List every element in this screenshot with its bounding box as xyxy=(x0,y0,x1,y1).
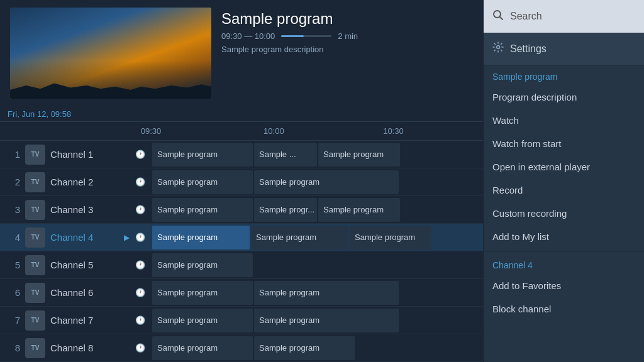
program-block[interactable]: Sample program xyxy=(318,198,400,222)
epg-row-channel-3[interactable]: 3TVChannel 3🕐Sample programSample progr.… xyxy=(0,196,483,224)
program-block[interactable]: Sample program xyxy=(254,170,399,194)
programs-area: Sample programSample programSample progr… xyxy=(151,226,483,250)
program-block[interactable]: Sample program xyxy=(152,198,253,222)
clock-icon[interactable]: 🕐 xyxy=(135,177,146,188)
record-item[interactable]: Record xyxy=(484,178,644,202)
program-details: Sample program 09:30 — 10:00 2 min Sampl… xyxy=(221,8,358,99)
channel-actions: 🕐 xyxy=(135,177,146,188)
add-to-favorites-item[interactable]: Add to Favorites xyxy=(484,274,644,297)
watch-from-start-item[interactable]: Watch from start xyxy=(484,132,644,155)
epg-row-channel-4[interactable]: 4TVChannel 4▶🕐Sample programSample progr… xyxy=(0,224,483,251)
play-icon[interactable]: ▶ xyxy=(121,232,132,243)
clock-icon[interactable]: 🕐 xyxy=(135,343,146,354)
time-remaining: 2 min xyxy=(338,31,358,41)
clock-icon[interactable]: 🕐 xyxy=(135,232,146,243)
program-description-item[interactable]: Program description xyxy=(484,85,644,109)
search-icon xyxy=(492,9,504,24)
program-block[interactable]: Sample program xyxy=(254,309,399,332)
channel-info: 4TVChannel 4▶🕐 xyxy=(0,228,151,248)
epg-row-channel-7[interactable]: 7TVChannel 7🕐Sample programSample progra… xyxy=(0,307,483,334)
program-block[interactable]: Sample program xyxy=(254,336,355,360)
program-block[interactable]: Sample program xyxy=(350,226,431,250)
program-block[interactable]: Sample ... xyxy=(254,143,317,167)
time-label-1030: 10:30 xyxy=(383,126,404,136)
program-block[interactable]: Sample program xyxy=(152,226,250,250)
svg-point-2 xyxy=(497,46,500,49)
channel-number: 3 xyxy=(5,204,20,215)
channel-icon: TV xyxy=(25,228,45,248)
channel-actions: ▶🕐 xyxy=(121,232,146,243)
channel-number: 7 xyxy=(5,315,20,326)
program-block[interactable]: Sample program xyxy=(152,336,253,360)
svg-line-1 xyxy=(500,16,503,19)
time-label-1000: 10:00 xyxy=(264,126,284,136)
program-block[interactable]: Sample program xyxy=(254,281,399,305)
program-info: Sample program 09:30 — 10:00 2 min Sampl… xyxy=(0,0,483,107)
block-channel-item[interactable]: Block channel xyxy=(484,297,644,321)
clock-icon[interactable]: 🕐 xyxy=(135,149,146,160)
channel-number: 1 xyxy=(5,149,20,160)
time-label-0930: 09:30 xyxy=(141,126,162,136)
program-block[interactable]: Sample program xyxy=(251,226,348,250)
channel-name: Channel 1 xyxy=(50,149,93,160)
program-block[interactable]: Sample program xyxy=(152,143,253,167)
menu-divider xyxy=(484,251,644,251)
channel-actions: 🕐 xyxy=(135,343,146,354)
watch-item[interactable]: Watch xyxy=(484,109,644,132)
epg-rows: 1TVChannel 1🕐Sample programSample ...Sam… xyxy=(0,141,483,362)
channel-info: 5TVChannel 5🕐 xyxy=(0,255,151,275)
epg-row-channel-8[interactable]: 8TVChannel 8🕐Sample programSample progra… xyxy=(0,334,483,362)
program-block[interactable]: Sample progr... xyxy=(254,198,317,222)
epg-row-channel-5[interactable]: 5TVChannel 5🕐Sample program xyxy=(0,251,483,279)
program-thumbnail xyxy=(10,8,211,99)
settings-menu-item[interactable]: Settings xyxy=(484,33,644,65)
channel-info: 7TVChannel 7🕐 xyxy=(0,310,151,331)
channel-number: 4 xyxy=(5,232,20,243)
epg-row-channel-6[interactable]: 6TVChannel 6🕐Sample programSample progra… xyxy=(0,279,483,307)
channel-name: Channel 8 xyxy=(50,343,93,353)
channel-number: 6 xyxy=(5,287,20,298)
search-label: Search xyxy=(510,11,542,22)
clock-icon[interactable]: 🕐 xyxy=(135,260,146,271)
custom-recording-item[interactable]: Custom recording xyxy=(484,202,644,225)
clock-icon[interactable]: 🕐 xyxy=(135,315,146,326)
program-block[interactable]: Sample program xyxy=(152,309,253,332)
open-external-item[interactable]: Open in external player xyxy=(484,155,644,178)
channel-actions: 🕐 xyxy=(135,204,146,216)
epg-row-channel-2[interactable]: 2TVChannel 2🕐Sample programSample progra… xyxy=(0,168,483,196)
channel-icon: TV xyxy=(25,255,45,275)
channel-icon: TV xyxy=(25,310,45,331)
settings-label: Settings xyxy=(510,43,547,55)
channel-info: 6TVChannel 6🕐 xyxy=(0,283,151,303)
programs-area: Sample programSample program xyxy=(151,170,483,194)
program-block[interactable]: Sample program xyxy=(152,170,253,194)
epg-row-channel-1[interactable]: 1TVChannel 1🕐Sample programSample ...Sam… xyxy=(0,141,483,168)
channel-icon: TV xyxy=(25,172,45,192)
channel-actions: 🕐 xyxy=(135,315,146,326)
gear-icon xyxy=(492,41,504,56)
program-section-header: Sample program xyxy=(484,65,644,85)
add-to-my-list-item[interactable]: Add to My list xyxy=(484,225,644,248)
channel-name: Channel 4 xyxy=(50,232,93,243)
progress-fill xyxy=(281,35,304,37)
clock-icon[interactable]: 🕐 xyxy=(135,287,146,299)
program-block[interactable]: Sample program xyxy=(152,253,253,277)
program-block[interactable]: Sample program xyxy=(318,143,400,167)
program-block[interactable]: Sample program xyxy=(152,281,253,305)
channel-name: Channel 5 xyxy=(50,260,93,270)
time-range: 09:30 — 10:00 xyxy=(221,31,275,41)
time-header: 09:30 10:00 10:30 xyxy=(0,122,483,141)
channel-name: Channel 6 xyxy=(50,287,93,298)
programs-area: Sample programSample program xyxy=(151,281,483,305)
channel-number: 2 xyxy=(5,177,20,187)
channel-name: Channel 2 xyxy=(50,177,93,187)
search-bar[interactable]: Search xyxy=(484,0,644,33)
programs-area: Sample program xyxy=(151,253,483,277)
channel-name: Channel 3 xyxy=(50,204,93,215)
channel-number: 5 xyxy=(5,260,20,270)
channel-icon: TV xyxy=(25,145,45,165)
channel-info: 1TVChannel 1🕐 xyxy=(0,145,151,165)
channel-number: 8 xyxy=(5,343,20,353)
programs-area: Sample programSample program xyxy=(151,336,483,360)
clock-icon[interactable]: 🕐 xyxy=(135,204,146,216)
